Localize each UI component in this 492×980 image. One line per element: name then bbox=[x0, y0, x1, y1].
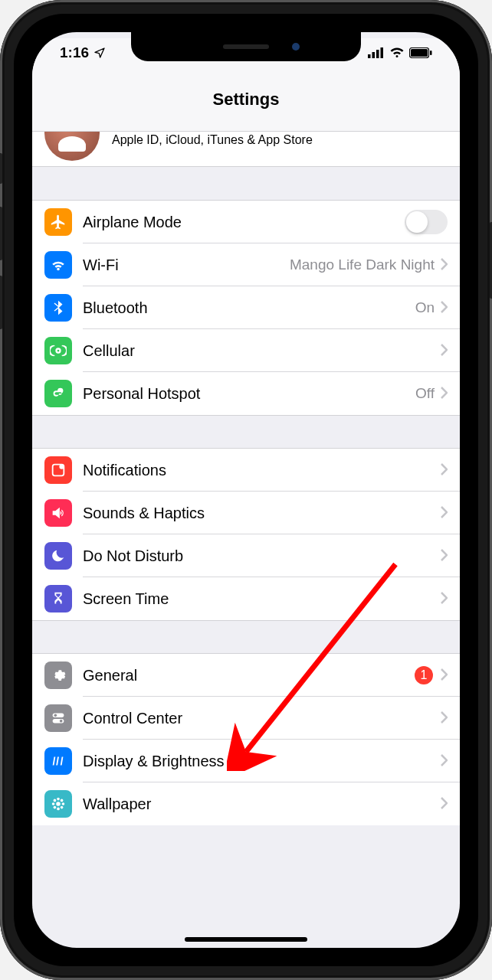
row-label: Bluetooth bbox=[83, 299, 415, 317]
svg-point-19 bbox=[61, 799, 64, 802]
settings-content[interactable]: Apple ID, iCloud, iTunes & App Store Air… bbox=[32, 132, 460, 948]
nav-header: Settings bbox=[32, 67, 460, 132]
row-label: Notifications bbox=[83, 462, 441, 479]
location-icon bbox=[93, 47, 106, 59]
home-indicator[interactable] bbox=[185, 937, 307, 942]
moon-icon bbox=[44, 542, 72, 570]
row-label: Wallpaper bbox=[83, 795, 441, 813]
row-wifi[interactable]: Wi-Fi Mango Life Dark Night bbox=[32, 243, 460, 286]
wallpaper-icon bbox=[44, 790, 72, 818]
svg-rect-3 bbox=[381, 47, 384, 58]
notifications-icon bbox=[44, 456, 72, 484]
row-label: Personal Hotspot bbox=[83, 385, 415, 403]
row-display-brightness[interactable]: Display & Brightness bbox=[32, 740, 460, 782]
row-personal-hotspot[interactable]: Personal Hotspot Off bbox=[32, 372, 460, 415]
battery-icon bbox=[409, 47, 432, 58]
row-label: Display & Brightness bbox=[83, 753, 441, 770]
svg-point-13 bbox=[56, 802, 61, 806]
screen: 1:16 Setti bbox=[32, 32, 460, 948]
chevron-right-icon bbox=[441, 298, 448, 318]
row-general[interactable]: General 1 bbox=[32, 654, 460, 697]
row-do-not-disturb[interactable]: Do Not Disturb bbox=[32, 534, 460, 577]
chevron-right-icon bbox=[441, 503, 448, 523]
chevron-right-icon bbox=[441, 384, 448, 403]
wifi-icon bbox=[44, 251, 72, 279]
chevron-right-icon bbox=[441, 589, 448, 609]
chevron-right-icon bbox=[441, 460, 448, 480]
row-value: On bbox=[415, 299, 435, 316]
row-label: Wi-Fi bbox=[83, 256, 290, 274]
svg-point-8 bbox=[59, 464, 64, 469]
avatar bbox=[44, 132, 100, 161]
control-center-icon bbox=[44, 704, 72, 732]
page-title: Settings bbox=[213, 90, 280, 109]
row-label: Airplane Mode bbox=[83, 214, 405, 231]
chevron-right-icon bbox=[441, 665, 448, 685]
row-wallpaper[interactable]: Wallpaper bbox=[32, 782, 460, 825]
wifi-icon bbox=[389, 47, 405, 58]
sounds-icon bbox=[44, 499, 72, 527]
badge-count: 1 bbox=[415, 666, 433, 684]
row-value: Mango Life Dark Night bbox=[290, 256, 435, 273]
airplane-icon bbox=[44, 208, 72, 236]
svg-rect-0 bbox=[368, 54, 371, 58]
airplane-toggle[interactable] bbox=[405, 210, 448, 234]
row-cellular[interactable]: Cellular bbox=[32, 329, 460, 372]
row-value: Off bbox=[415, 385, 435, 402]
svg-point-14 bbox=[57, 798, 60, 801]
row-bluetooth[interactable]: Bluetooth On bbox=[32, 286, 460, 329]
chevron-right-icon bbox=[441, 341, 448, 361]
apple-id-subtitle: Apple ID, iCloud, iTunes & App Store bbox=[112, 132, 313, 147]
svg-rect-1 bbox=[372, 52, 376, 58]
notch bbox=[131, 32, 361, 61]
status-time: 1:16 bbox=[60, 44, 89, 61]
svg-point-18 bbox=[54, 799, 57, 802]
svg-point-20 bbox=[54, 806, 57, 809]
svg-point-12 bbox=[60, 720, 63, 723]
chevron-right-icon bbox=[441, 546, 448, 566]
cellular-signal-icon bbox=[368, 47, 385, 58]
chevron-right-icon bbox=[441, 708, 448, 728]
row-sounds-haptics[interactable]: Sounds & Haptics bbox=[32, 492, 460, 534]
row-label: Cellular bbox=[83, 342, 441, 360]
apple-id-row[interactable]: Apple ID, iCloud, iTunes & App Store bbox=[32, 132, 460, 167]
svg-point-10 bbox=[54, 714, 57, 717]
svg-point-16 bbox=[52, 802, 55, 805]
svg-rect-2 bbox=[376, 50, 379, 58]
display-icon bbox=[44, 747, 72, 775]
row-notifications[interactable]: Notifications bbox=[32, 449, 460, 492]
chevron-right-icon bbox=[441, 794, 448, 814]
row-screen-time[interactable]: Screen Time bbox=[32, 577, 460, 620]
gear-icon bbox=[44, 662, 72, 689]
row-label: General bbox=[83, 667, 415, 684]
svg-point-17 bbox=[62, 802, 65, 805]
chevron-right-icon bbox=[441, 751, 448, 771]
svg-rect-6 bbox=[430, 51, 432, 55]
phone-bezel: 1:16 Setti bbox=[0, 0, 492, 980]
svg-point-15 bbox=[57, 808, 60, 811]
cellular-icon bbox=[44, 337, 72, 364]
bluetooth-icon bbox=[44, 294, 72, 322]
chevron-right-icon bbox=[441, 255, 448, 275]
row-label: Do Not Disturb bbox=[83, 547, 441, 565]
row-label: Screen Time bbox=[83, 590, 441, 608]
row-label: Control Center bbox=[83, 710, 441, 727]
row-control-center[interactable]: Control Center bbox=[32, 697, 460, 740]
hotspot-icon bbox=[44, 380, 72, 407]
svg-rect-5 bbox=[411, 49, 428, 57]
hourglass-icon bbox=[44, 585, 72, 612]
row-airplane-mode[interactable]: Airplane Mode bbox=[32, 201, 460, 243]
svg-point-21 bbox=[61, 806, 64, 809]
row-label: Sounds & Haptics bbox=[83, 505, 441, 522]
